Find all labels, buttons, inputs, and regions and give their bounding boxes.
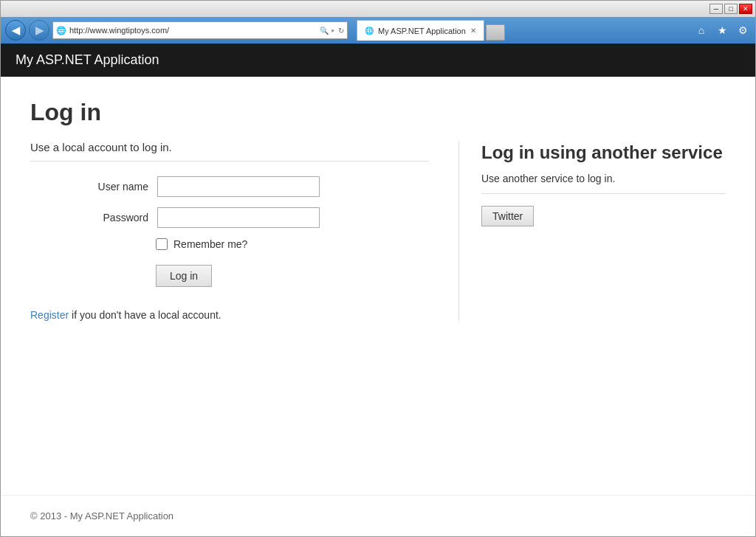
forward-button[interactable]: ▶ (29, 20, 49, 41)
address-bar[interactable]: 🌐 http://www.wingtiptoys.com/ 🔍 ▸ ↻ (52, 21, 348, 39)
title-bar: ─ □ ✕ (1, 1, 755, 17)
address-icon: 🌐 (56, 26, 66, 35)
settings-button[interactable]: ⚙ (735, 22, 751, 38)
remember-row: Remember me? (30, 238, 429, 250)
page-content: Log in Use a local account to log in. Us… (1, 77, 755, 495)
page-title: Log in (30, 99, 726, 126)
back-button[interactable]: ◀ (5, 20, 26, 41)
app-header: My ASP.NET Application (1, 44, 755, 77)
separator: ▸ (331, 27, 335, 34)
tab-icon: 🌐 (365, 27, 374, 35)
favorites-button[interactable]: ★ (714, 22, 730, 38)
tab-bar: 🌐 My ASP.NET Application ✕ (357, 20, 505, 41)
right-subtitle: Use another service to log in. (481, 173, 726, 194)
maximize-button[interactable]: □ (724, 4, 738, 14)
remember-label: Remember me? (173, 238, 247, 250)
register-text: if you don't have a local account. (69, 309, 221, 321)
home-button[interactable]: ⌂ (693, 22, 709, 38)
left-subtitle: Use a local account to log in. (30, 141, 429, 162)
twitter-button[interactable]: Twitter (481, 206, 534, 226)
submit-row: Log in (30, 265, 429, 287)
minimize-button[interactable]: ─ (709, 4, 723, 14)
search-icon: 🔍 (320, 27, 329, 35)
register-link[interactable]: Register (30, 309, 69, 321)
username-row: User name (30, 176, 429, 197)
left-column: Use a local account to log in. User name… (30, 141, 429, 321)
username-label: User name (75, 181, 148, 193)
window-controls: ─ □ ✕ (709, 4, 752, 14)
right-title: Log in using another service (481, 141, 726, 164)
close-button[interactable]: ✕ (739, 4, 752, 14)
new-tab-button[interactable] (486, 24, 505, 41)
login-button[interactable]: Log in (156, 265, 212, 287)
register-row: Register if you don't have a local accou… (30, 309, 429, 321)
tab-close-button[interactable]: ✕ (470, 27, 476, 35)
two-column-layout: Use a local account to log in. User name… (30, 141, 726, 321)
footer: © 2013 - My ASP.NET Application (1, 495, 755, 536)
password-row: Password (30, 207, 429, 228)
nav-bar: ◀ ▶ 🌐 http://www.wingtiptoys.com/ 🔍 ▸ ↻ … (1, 17, 755, 44)
footer-text: © 2013 - My ASP.NET Application (30, 510, 173, 522)
nav-right-icons: ⌂ ★ ⚙ (693, 22, 751, 38)
password-label: Password (75, 212, 148, 224)
active-tab[interactable]: 🌐 My ASP.NET Application ✕ (357, 20, 484, 41)
right-column: Log in using another service Use another… (458, 141, 726, 321)
refresh-button[interactable]: ↻ (338, 27, 344, 35)
remember-checkbox[interactable] (156, 238, 168, 250)
password-input[interactable] (157, 207, 320, 228)
app-title: My ASP.NET Application (16, 52, 159, 67)
url-text: http://www.wingtiptoys.com/ (69, 26, 317, 35)
username-input[interactable] (157, 176, 320, 197)
tab-title: My ASP.NET Application (378, 27, 466, 35)
